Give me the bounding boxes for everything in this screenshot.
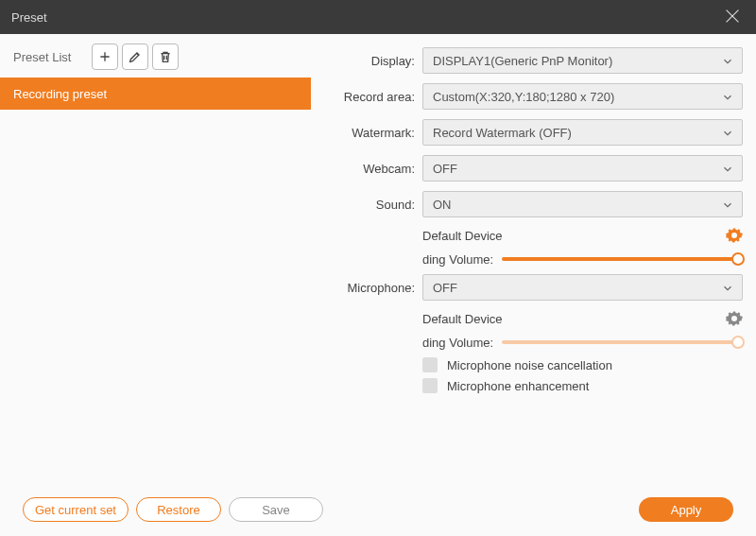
preset-window: Preset Preset List: [0, 0, 756, 536]
edit-preset-button[interactable]: [122, 43, 148, 70]
chevron-down-icon: [721, 127, 734, 140]
sound-label: Sound:: [311, 198, 422, 212]
mic-device-label: Default Device: [422, 312, 503, 326]
mic-settings-button[interactable]: [726, 310, 743, 327]
gear-icon: [726, 310, 743, 327]
microphone-label: Microphone:: [311, 281, 422, 295]
display-select[interactable]: DISPLAY1(Generic PnP Monitor): [422, 47, 743, 74]
mic-noise-cancel-checkbox[interactable]: [422, 357, 438, 372]
row-record-area: Record area: Custom(X:320,Y:180;1280 x 7…: [311, 83, 743, 110]
mic-volume-label: ding Volume:: [422, 336, 496, 350]
mic-noise-cancel-label: Microphone noise cancellation: [447, 358, 612, 372]
button-label: Save: [262, 503, 290, 517]
sound-volume-label: ding Volume:: [422, 252, 496, 267]
record-area-select[interactable]: Custom(X:320,Y:180;1280 x 720): [422, 83, 743, 110]
row-watermark: Watermark: Record Watermark (OFF): [311, 119, 743, 146]
footer: Get current set Restore Save Apply: [0, 483, 756, 536]
chevron-down-icon: [721, 55, 734, 68]
row-display: Display: DISPLAY1(Generic PnP Monitor): [311, 47, 743, 74]
button-label: Get current set: [35, 503, 116, 517]
watermark-value: Record Watermark (OFF): [433, 126, 572, 140]
add-preset-button[interactable]: [92, 43, 118, 70]
button-label: Restore: [157, 503, 200, 517]
get-current-set-button[interactable]: Get current set: [23, 497, 129, 522]
delete-preset-button[interactable]: [152, 43, 179, 70]
watermark-select[interactable]: Record Watermark (OFF): [422, 119, 743, 146]
sound-volume-row: ding Volume:: [311, 251, 743, 267]
right-panel: Display: DISPLAY1(Generic PnP Monitor) R…: [311, 34, 756, 483]
webcam-label: Webcam:: [311, 162, 422, 176]
record-area-label: Record area:: [311, 90, 422, 104]
slider-thumb[interactable]: [731, 252, 745, 266]
titlebar: Preset: [0, 0, 756, 34]
preset-list-label: Preset List: [13, 50, 71, 64]
webcam-value: OFF: [433, 162, 457, 176]
slider-track: [502, 257, 743, 261]
row-webcam: Webcam: OFF: [311, 155, 743, 182]
mic-volume-row: ding Volume:: [311, 335, 743, 350]
record-area-value: Custom(X:320,Y:180;1280 x 720): [433, 90, 614, 104]
chevron-down-icon: [721, 199, 734, 212]
mic-enhancement-label: Microphone enhancement: [447, 379, 589, 393]
microphone-select[interactable]: OFF: [422, 274, 743, 301]
sound-device-label: Default Device: [422, 229, 503, 243]
chevron-down-icon: [721, 282, 734, 295]
slider-thumb[interactable]: [731, 336, 745, 349]
chevron-down-icon: [721, 163, 734, 176]
display-label: Display:: [311, 54, 422, 68]
body: Preset List Recording preset: [0, 34, 756, 483]
mic-volume-slider[interactable]: [502, 335, 743, 350]
apply-button[interactable]: Apply: [639, 497, 733, 522]
sound-device-row: Default Device: [311, 227, 743, 244]
microphone-value: OFF: [433, 281, 457, 295]
row-microphone: Microphone: OFF: [311, 274, 743, 301]
sound-settings-button[interactable]: [726, 227, 743, 244]
mic-noise-cancel-row: Microphone noise cancellation: [311, 357, 743, 372]
chevron-down-icon: [721, 91, 734, 104]
mic-enhancement-checkbox[interactable]: [422, 378, 438, 393]
close-icon[interactable]: [722, 6, 743, 26]
gear-icon: [726, 227, 743, 244]
sound-value: ON: [433, 198, 452, 212]
left-panel: Preset List Recording preset: [0, 34, 311, 483]
save-button[interactable]: Save: [229, 497, 323, 522]
preset-item-recording[interactable]: Recording preset: [0, 78, 311, 110]
preset-toolbar: [92, 43, 301, 70]
restore-button[interactable]: Restore: [136, 497, 221, 522]
slider-track: [502, 340, 743, 344]
sound-select[interactable]: ON: [422, 191, 743, 217]
mic-device-row: Default Device: [311, 310, 743, 327]
webcam-select[interactable]: OFF: [422, 155, 743, 182]
sound-volume-slider[interactable]: [502, 251, 743, 267]
watermark-label: Watermark:: [311, 126, 422, 140]
mic-enhancement-row: Microphone enhancement: [311, 378, 743, 393]
row-sound: Sound: ON: [311, 191, 743, 217]
button-label: Apply: [671, 503, 702, 517]
display-value: DISPLAY1(Generic PnP Monitor): [433, 54, 612, 68]
preset-item-label: Recording preset: [13, 87, 107, 101]
window-title: Preset: [11, 10, 47, 25]
preset-list-header: Preset List: [0, 43, 311, 78]
